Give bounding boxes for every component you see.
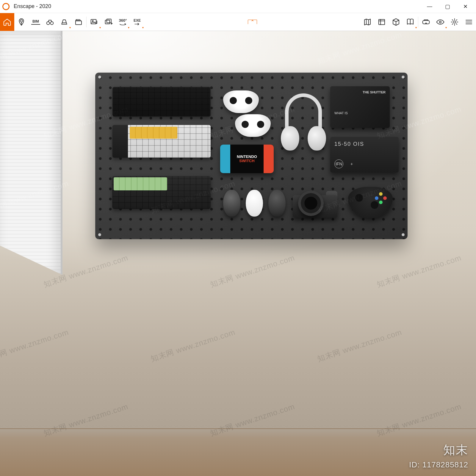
- scene-album-box: THE SHUTTER WHAT IS: [330, 86, 390, 128]
- scene-pegboard: NINTENDOSWITCH THE SHUTTER WHAT IS 15-50…: [95, 73, 408, 239]
- watermark-text: 知末网 www.znzmo.com: [0, 327, 70, 364]
- svg-rect-4: [76, 21, 82, 25]
- watermark-id: ID: 1178285812: [409, 460, 468, 469]
- watermark-brand: 知末: [443, 442, 468, 458]
- scene-lens-box: 15-50 OIS IFN+: [330, 137, 399, 173]
- book-open-icon[interactable]: ▾: [403, 13, 417, 31]
- scene-window-blinds: [0, 31, 62, 275]
- cube-icon[interactable]: [389, 13, 403, 31]
- pin-icon[interactable]: [14, 13, 29, 31]
- watermark-text: 知末网 www.znzmo.com: [316, 31, 403, 67]
- watermark-text: 知末网 www.znzmo.com: [149, 327, 237, 364]
- svg-rect-7: [105, 20, 110, 24]
- svg-rect-8: [107, 19, 111, 23]
- caret-down-icon: ▾: [445, 26, 447, 29]
- scene-keyboard-black: [112, 87, 211, 117]
- batch-render-icon[interactable]: [101, 13, 116, 31]
- scene-mouse-dark: [268, 190, 286, 217]
- watermark-text: 知末网 www.znzmo.com: [149, 31, 237, 67]
- export-image-icon[interactable]: ▾: [87, 13, 101, 31]
- scene-floor: [0, 428, 476, 476]
- gear-icon[interactable]: [447, 13, 462, 31]
- scene-ps-controller-1: [223, 90, 259, 113]
- scene-keyboard-green: [112, 176, 211, 209]
- scene-mouse-grey: [223, 190, 240, 217]
- watermark-text: 知末网 www.znzmo.com: [375, 253, 463, 290]
- perspective-icon[interactable]: ▾: [57, 13, 71, 31]
- scene-mouse-white: [246, 190, 263, 217]
- scene-headphones: [280, 93, 327, 150]
- toolbar-group-right: ▾ ▾: [360, 13, 476, 31]
- clapper-icon[interactable]: [71, 13, 86, 31]
- watermark-text: 知末网 www.znzmo.com: [209, 253, 296, 290]
- window-maximize-button[interactable]: ▢: [439, 0, 456, 13]
- assets-icon[interactable]: [375, 13, 389, 31]
- export-exe-icon[interactable]: EXE ▾: [130, 13, 144, 31]
- toolbar-group-export: ▾ 360° ▾ EXE ▾: [87, 13, 144, 31]
- panorama-360-icon[interactable]: 360° ▾: [116, 13, 130, 31]
- caret-down-icon: ▾: [128, 26, 129, 29]
- svg-point-11: [439, 21, 441, 23]
- collapse-toolbar-icon[interactable]: ⌃: [248, 20, 257, 24]
- toolbar: BIM ▾ ▾ 360° ▾ EXE ▾: [0, 13, 476, 31]
- svg-rect-9: [379, 19, 385, 25]
- binoculars-icon[interactable]: [43, 13, 57, 31]
- window-close-button[interactable]: ✕: [456, 0, 474, 13]
- scene-nintendo-switch: NINTENDOSWITCH: [220, 145, 274, 173]
- scene-ps-controller-2: [235, 114, 271, 137]
- vr-headset-icon[interactable]: [419, 13, 433, 31]
- scene-camera: [293, 186, 337, 218]
- home-icon[interactable]: [0, 13, 14, 31]
- map-icon[interactable]: [360, 13, 375, 31]
- window-minimize-button[interactable]: —: [421, 0, 439, 13]
- caret-down-icon: ▾: [69, 26, 71, 29]
- svg-rect-10: [423, 21, 430, 24]
- scene-keyboard-white-yellow: [112, 125, 211, 158]
- svg-point-1: [20, 20, 23, 22]
- enscape-logo-icon: [2, 2, 10, 11]
- caret-down-icon: ▾: [415, 26, 417, 29]
- bim-label: BIM: [32, 19, 39, 24]
- bim-button[interactable]: BIM: [29, 13, 43, 31]
- render-viewport[interactable]: NINTENDOSWITCH THE SHUTTER WHAT IS 15-50…: [0, 31, 476, 476]
- svg-point-12: [453, 21, 456, 23]
- titlebar: Enscape - 2020 — ▢ ✕: [0, 0, 476, 13]
- watermark-text: 知末网 www.znzmo.com: [316, 327, 403, 364]
- app-title: Enscape - 2020: [14, 3, 51, 10]
- caret-down-icon: ▾: [142, 26, 144, 29]
- toolbar-group-navigate: BIM ▾: [0, 13, 86, 31]
- scene-xbox-controller: [348, 187, 393, 218]
- caret-down-icon: ▾: [99, 26, 101, 29]
- svg-point-6: [93, 20, 93, 21]
- eye-icon[interactable]: ▾: [433, 13, 447, 31]
- menu-icon[interactable]: [462, 13, 476, 31]
